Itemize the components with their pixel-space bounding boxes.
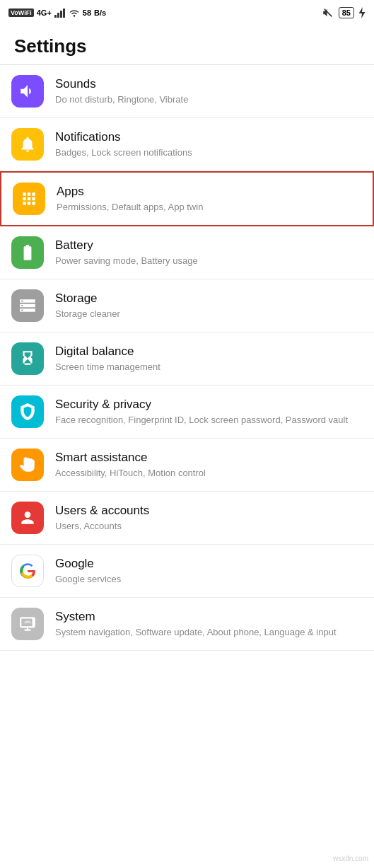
notifications-text: Notifications Badges, Lock screen notifi… <box>55 129 363 159</box>
status-left: VoWiFi 4G+ 58 B/s <box>8 8 106 18</box>
notifications-icon-wrap <box>11 128 44 161</box>
battery-title: Battery <box>55 238 363 253</box>
apps-text: Apps Permissions, Default apps, App twin <box>57 184 361 214</box>
svg-rect-0 <box>54 15 57 18</box>
sounds-title: Sounds <box>55 76 363 92</box>
system-icon-wrap <box>11 608 44 640</box>
settings-item-notifications[interactable]: Notifications Badges, Lock screen notifi… <box>0 118 374 171</box>
shield-icon <box>18 403 37 421</box>
watermark: wsxdn.com <box>333 855 368 862</box>
battery-subtitle: Power saving mode, Battery usage <box>55 255 363 267</box>
smart-assistance-subtitle: Accessibility, HiTouch, Motion control <box>55 467 363 480</box>
network-type: 4G+ <box>37 8 52 17</box>
svg-point-4 <box>74 15 75 16</box>
system-text: System System navigation, Software updat… <box>55 609 363 639</box>
signal-icon <box>54 8 66 18</box>
speed-unit: B/s <box>94 8 106 17</box>
sounds-subtitle: Do not disturb, Ringtone, Vibrate <box>55 93 363 106</box>
security-subtitle: Face recognition, Fingerprint ID, Lock s… <box>55 414 363 427</box>
apps-icon-wrap <box>13 183 45 215</box>
svg-rect-6 <box>25 621 30 622</box>
status-right: 85 <box>322 6 366 19</box>
google-icon <box>18 562 37 580</box>
network-speed: 58 <box>83 8 91 17</box>
settings-list: Sounds Do not disturb, Ringtone, Vibrate… <box>0 65 374 651</box>
hand-icon <box>18 456 37 474</box>
battery-text: Battery Power saving mode, Battery usage <box>55 238 363 267</box>
security-text: Security & privacy Face recognition, Fin… <box>55 397 363 427</box>
storage-subtitle: Storage cleaner <box>55 308 363 320</box>
battery-icon-wrap <box>11 236 44 269</box>
security-icon-wrap <box>11 395 44 428</box>
settings-item-smart-assistance[interactable]: Smart assistance Accessibility, HiTouch,… <box>0 439 374 492</box>
settings-item-battery[interactable]: Battery Power saving mode, Battery usage <box>0 226 374 279</box>
users-title: Users & accounts <box>55 503 363 519</box>
wifi-icon <box>69 8 80 18</box>
bell-icon <box>18 135 37 154</box>
notifications-title: Notifications <box>55 129 363 145</box>
settings-item-users[interactable]: Users & accounts Users, Accounts <box>0 492 374 545</box>
svg-rect-3 <box>63 8 65 18</box>
settings-item-digital-balance[interactable]: Digital balance Screen time management <box>0 332 374 386</box>
smart-assistance-title: Smart assistance <box>55 450 363 465</box>
settings-item-storage[interactable]: Storage Storage cleaner <box>0 279 374 332</box>
settings-item-sounds[interactable]: Sounds Do not disturb, Ringtone, Vibrate <box>0 65 374 118</box>
google-title: Google <box>55 556 363 572</box>
status-bar: VoWiFi 4G+ 58 B/s 85 <box>0 0 374 25</box>
users-subtitle: Users, Accounts <box>55 520 363 533</box>
settings-item-google[interactable]: Google Google services <box>0 545 374 598</box>
system-title: System <box>55 609 363 625</box>
mute-icon <box>322 6 334 19</box>
sounds-text: Sounds Do not disturb, Ringtone, Vibrate <box>55 76 363 106</box>
digital-balance-title: Digital balance <box>55 344 363 359</box>
svg-marker-5 <box>359 7 366 18</box>
smart-assistance-icon-wrap <box>11 449 44 481</box>
storage-text: Storage Storage cleaner <box>55 291 363 320</box>
users-text: Users & accounts Users, Accounts <box>55 503 363 533</box>
page-title: Settings <box>0 25 374 64</box>
digital-balance-icon-wrap <box>11 342 44 375</box>
apps-title: Apps <box>57 184 361 199</box>
apps-icon <box>20 190 38 208</box>
users-icon-wrap <box>11 502 44 534</box>
system-subtitle: System navigation, Software update, Abou… <box>55 626 363 639</box>
battery-level: 85 <box>342 8 351 17</box>
sounds-icon-wrap <box>11 75 44 108</box>
settings-item-apps[interactable]: Apps Permissions, Default apps, App twin <box>0 171 374 226</box>
smart-assistance-text: Smart assistance Accessibility, HiTouch,… <box>55 450 363 480</box>
digital-balance-subtitle: Screen time management <box>55 361 363 374</box>
google-text: Google Google services <box>55 556 363 586</box>
vowifi-badge: VoWiFi <box>8 8 34 17</box>
google-icon-wrap <box>11 555 44 587</box>
google-subtitle: Google services <box>55 573 363 586</box>
sound-icon <box>18 82 37 100</box>
battery-icon <box>18 243 37 262</box>
hourglass-icon <box>18 349 37 368</box>
storage-title: Storage <box>55 291 363 306</box>
apps-subtitle: Permissions, Default apps, App twin <box>57 201 361 214</box>
notifications-subtitle: Badges, Lock screen notifications <box>55 146 363 159</box>
svg-rect-7 <box>24 623 32 623</box>
settings-item-system[interactable]: System System navigation, Software updat… <box>0 598 374 651</box>
storage-icon-wrap <box>11 289 44 322</box>
settings-item-security[interactable]: Security & privacy Face recognition, Fin… <box>0 386 374 439</box>
storage-icon <box>18 296 37 315</box>
battery-indicator: 85 <box>339 7 354 18</box>
security-title: Security & privacy <box>55 397 363 412</box>
charging-icon <box>358 7 366 18</box>
user-icon <box>18 509 37 527</box>
digital-balance-text: Digital balance Screen time management <box>55 344 363 374</box>
svg-rect-1 <box>57 13 59 18</box>
svg-rect-2 <box>60 11 62 18</box>
system-icon <box>18 615 37 633</box>
